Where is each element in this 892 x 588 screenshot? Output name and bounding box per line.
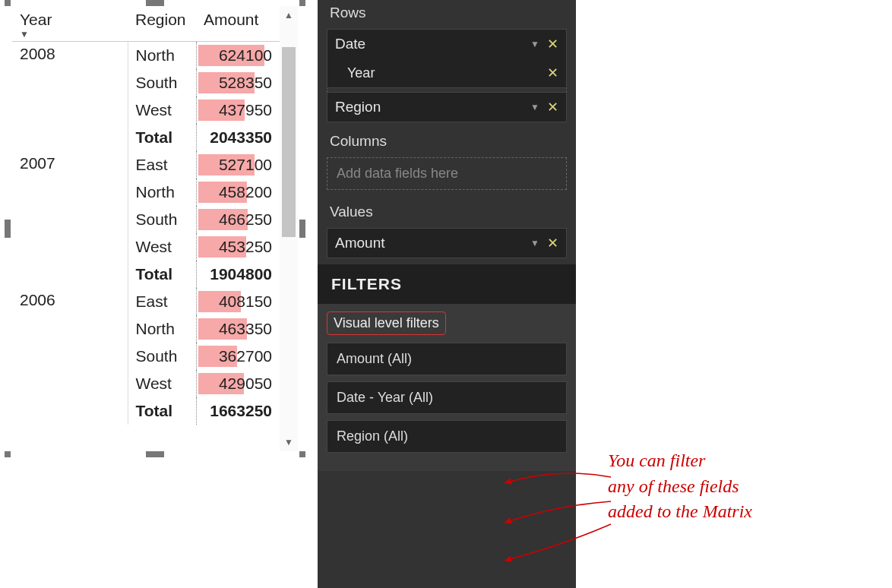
table-row[interactable]: 2006East408150 bbox=[12, 288, 280, 315]
col-header-label: Year bbox=[20, 11, 52, 28]
rows-section-label: Rows bbox=[318, 0, 576, 29]
cell-region: North bbox=[128, 315, 196, 343]
resize-handle[interactable] bbox=[146, 451, 164, 457]
col-header-amount[interactable]: Amount bbox=[196, 6, 280, 42]
resize-handle[interactable] bbox=[5, 220, 11, 238]
cell-year bbox=[12, 96, 128, 124]
cell-region: South bbox=[128, 69, 196, 96]
annotation-text: You can filter any of these fields added… bbox=[608, 448, 881, 525]
cell-year: 2006 bbox=[12, 288, 128, 315]
cell-region: East bbox=[128, 151, 196, 179]
cell-amount: 527100 bbox=[196, 151, 280, 179]
filters-header[interactable]: FILTERS bbox=[318, 264, 576, 304]
cell-amount: 624100 bbox=[196, 42, 280, 69]
row-field-date[interactable]: Date ▼ ✕ bbox=[327, 29, 567, 59]
table-row[interactable]: South362700 bbox=[12, 343, 280, 370]
table-row-total[interactable]: Total1904800 bbox=[12, 261, 280, 288]
cell-region: North bbox=[128, 42, 196, 69]
placeholder-text: Add data fields here bbox=[337, 166, 458, 181]
table-row[interactable]: West453250 bbox=[12, 233, 280, 261]
annotation-line: any of these fields bbox=[608, 474, 881, 500]
cell-region: East bbox=[128, 288, 196, 315]
table-row[interactable]: 2008North624100 bbox=[12, 42, 280, 69]
scroll-thumb[interactable] bbox=[282, 47, 296, 237]
resize-handle[interactable] bbox=[299, 0, 305, 6]
remove-field-icon[interactable]: ✕ bbox=[547, 99, 558, 115]
remove-field-icon[interactable]: ✕ bbox=[547, 65, 558, 81]
cell-total-amount: 2043350 bbox=[196, 124, 280, 151]
filter-region[interactable]: Region (All) bbox=[327, 420, 567, 453]
cell-year bbox=[12, 179, 128, 206]
row-field-region[interactable]: Region ▼ ✕ bbox=[327, 92, 567, 122]
table-row[interactable]: South528350 bbox=[12, 69, 280, 96]
remove-field-icon[interactable]: ✕ bbox=[547, 235, 558, 251]
field-label: Amount bbox=[335, 235, 384, 251]
fields-panel: Rows Date ▼ ✕ Year ✕ Region ▼ ✕ Columns … bbox=[318, 0, 576, 588]
matrix-inner: Year ▼ Region Amount 2008North624100Sout… bbox=[12, 6, 298, 451]
sort-desc-icon: ▼ bbox=[20, 29, 120, 40]
resize-handle[interactable] bbox=[146, 0, 164, 6]
cell-amount: 463350 bbox=[196, 315, 280, 343]
table-row[interactable]: West437950 bbox=[12, 96, 280, 124]
remove-field-icon[interactable]: ✕ bbox=[547, 36, 558, 52]
table-row[interactable]: 2007East527100 bbox=[12, 151, 280, 179]
cell-region: South bbox=[128, 343, 196, 370]
field-label: Date bbox=[335, 36, 365, 52]
col-header-year[interactable]: Year ▼ bbox=[12, 6, 128, 42]
scroll-down-icon[interactable]: ▼ bbox=[280, 433, 298, 451]
cell-year: 2008 bbox=[12, 42, 128, 69]
table-row[interactable]: South466250 bbox=[12, 206, 280, 233]
cell-region: South bbox=[128, 206, 196, 233]
col-header-region[interactable]: Region bbox=[128, 6, 196, 42]
scroll-up-icon[interactable]: ▲ bbox=[280, 6, 298, 24]
table-row-total[interactable]: Total2043350 bbox=[12, 124, 280, 151]
cell-year bbox=[12, 69, 128, 96]
visual-level-filters-label: Visual level filters bbox=[327, 311, 446, 335]
table-row[interactable]: North463350 bbox=[12, 315, 280, 343]
values-field-well[interactable]: Amount ▼ ✕ bbox=[327, 228, 567, 258]
chevron-down-icon[interactable]: ▼ bbox=[530, 39, 539, 49]
resize-handle[interactable] bbox=[299, 220, 305, 238]
row-field-date-year[interactable]: Year ✕ bbox=[327, 58, 567, 88]
cell-amount: 453250 bbox=[196, 233, 280, 261]
cell-total-label: Total bbox=[128, 397, 196, 425]
value-field-amount[interactable]: Amount ▼ ✕ bbox=[327, 228, 567, 258]
values-section-label: Values bbox=[318, 199, 576, 228]
cell-region: West bbox=[128, 370, 196, 397]
scroll-track[interactable] bbox=[282, 24, 296, 433]
field-label: Region bbox=[335, 99, 381, 115]
chevron-down-icon[interactable]: ▼ bbox=[530, 238, 539, 248]
resize-handle[interactable] bbox=[5, 0, 11, 6]
cell-amount: 408150 bbox=[196, 288, 280, 315]
table-row[interactable]: North458200 bbox=[12, 179, 280, 206]
cell-region: West bbox=[128, 96, 196, 124]
cell-amount: 362700 bbox=[196, 343, 280, 370]
cell-amount: 437950 bbox=[196, 96, 280, 124]
vertical-scrollbar[interactable]: ▲ ▼ bbox=[280, 6, 298, 451]
field-label: Year bbox=[347, 65, 375, 81]
matrix-visual[interactable]: Year ▼ Region Amount 2008North624100Sout… bbox=[5, 0, 305, 457]
filter-amount[interactable]: Amount (All) bbox=[327, 343, 567, 375]
resize-handle[interactable] bbox=[5, 451, 11, 457]
cell-total-label: Total bbox=[128, 261, 196, 288]
rows-field-well[interactable]: Date ▼ ✕ Year ✕ Region ▼ ✕ bbox=[327, 29, 567, 122]
chevron-down-icon[interactable]: ▼ bbox=[530, 102, 539, 112]
cell-amount: 528350 bbox=[196, 69, 280, 96]
filter-date-year[interactable]: Date - Year (All) bbox=[327, 381, 567, 414]
cell-year bbox=[12, 206, 128, 233]
cell-year bbox=[12, 370, 128, 397]
cell-amount: 466250 bbox=[196, 206, 280, 233]
columns-field-well[interactable]: Add data fields here bbox=[327, 157, 567, 190]
annotation-line: added to the Matrix bbox=[608, 499, 881, 525]
resize-handle[interactable] bbox=[299, 451, 305, 457]
table-row-total[interactable]: Total1663250 bbox=[12, 397, 280, 425]
cell-amount: 458200 bbox=[196, 179, 280, 206]
cell-region: North bbox=[128, 179, 196, 206]
cell-year bbox=[12, 343, 128, 370]
cell-region: West bbox=[128, 233, 196, 261]
cell-year bbox=[12, 233, 128, 261]
cell-total-amount: 1663250 bbox=[196, 397, 280, 425]
annotation-line: You can filter bbox=[608, 448, 881, 474]
filters-body: Visual level filters Amount (All) Date -… bbox=[318, 304, 576, 471]
table-row[interactable]: West429050 bbox=[12, 370, 280, 397]
